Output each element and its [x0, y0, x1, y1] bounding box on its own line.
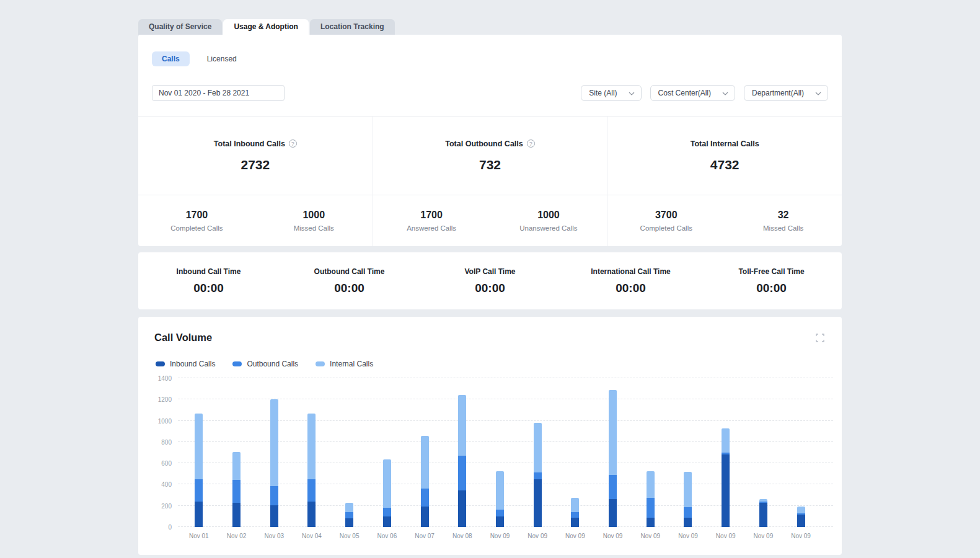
- bar-segment-inbound-calls: [270, 505, 278, 527]
- bar-column: Nov 01: [189, 378, 209, 539]
- bar-segment-outbound-calls: [383, 508, 391, 516]
- x-axis-label: Nov 07: [415, 533, 435, 539]
- substat-label: Unanswered Calls: [519, 224, 577, 232]
- internal-missed: 32 Missed Calls: [725, 195, 842, 246]
- legend-item-internal-calls[interactable]: Internal Calls: [316, 360, 373, 368]
- substat-value: 1000: [537, 210, 560, 221]
- call-volume-header: Call Volume: [154, 332, 826, 343]
- summary-stats: Total Inbound Calls ? 2732 1700 Complete…: [138, 116, 842, 246]
- bar-segment-inbound-calls: [571, 518, 579, 527]
- substat-value: 3700: [655, 210, 678, 221]
- y-axis-tick-label: 800: [161, 438, 172, 445]
- legend-dot: [316, 361, 325, 366]
- info-icon[interactable]: ?: [527, 140, 535, 148]
- call-time-title: International Call Time: [591, 267, 670, 276]
- legend-item-inbound-calls[interactable]: Inbound Calls: [156, 360, 215, 368]
- bar-column: Nov 09: [640, 378, 660, 539]
- bar-area: [609, 378, 617, 527]
- call-time-value: 00:00: [616, 281, 646, 295]
- stat-title-text: Total Outbound Calls: [445, 140, 523, 148]
- subtab-calls[interactable]: Calls: [152, 51, 190, 66]
- stacked-bar: [195, 378, 203, 527]
- call-time-title: Inbound Call Time: [177, 267, 241, 276]
- bar-segment-outbound-calls: [232, 480, 241, 503]
- substat-value: 1000: [302, 210, 325, 221]
- bar-area: [534, 378, 542, 527]
- outbound-total-value: 732: [479, 157, 501, 172]
- bar-column: Nov 07: [415, 378, 435, 539]
- internal-total: Total Internal Calls 4732: [607, 117, 842, 195]
- x-axis-label: Nov 05: [340, 533, 360, 539]
- tab-usage-adoption[interactable]: Usage & Adoption: [223, 19, 309, 35]
- legend-label: Inbound Calls: [170, 360, 215, 368]
- bar-area: [232, 378, 241, 527]
- inbound-completed: 1700 Completed Calls: [138, 195, 255, 246]
- bar-segment-inbound-calls: [458, 490, 466, 527]
- bar-segment-inbound-calls: [797, 515, 805, 527]
- substat-value: 1700: [420, 210, 443, 221]
- call-time-value: 00:00: [334, 281, 364, 295]
- outbound-call-time: Outbound Call Time 00:00: [279, 252, 420, 309]
- chevron-down-icon: [722, 89, 728, 97]
- cost-center-dropdown[interactable]: Cost Center(All): [650, 85, 735, 101]
- site-dropdown[interactable]: Site (All): [581, 85, 641, 101]
- x-axis-label: Nov 03: [264, 533, 284, 539]
- y-axis-tick-label: 1200: [158, 396, 172, 403]
- bar-column: Nov 05: [340, 378, 360, 539]
- tab-quality-of-service[interactable]: Quality of Service: [138, 19, 222, 35]
- department-dropdown[interactable]: Department(All): [744, 85, 828, 101]
- dashboard-page: Quality of Service Usage & Adoption Loca…: [138, 0, 842, 555]
- bar-area: [270, 378, 278, 527]
- bar-area: [307, 378, 316, 527]
- fullscreen-expand-icon[interactable]: [814, 332, 826, 343]
- bar-segment-inbound-calls: [609, 499, 617, 527]
- tab-location-tracking[interactable]: Location Tracking: [310, 19, 395, 35]
- bar-segment-inbound-calls: [421, 507, 429, 527]
- bar-area: [722, 378, 730, 527]
- bar-segment-internal-calls: [571, 498, 579, 512]
- bar-segment-internal-calls: [684, 472, 692, 507]
- date-range-input[interactable]: [152, 85, 285, 101]
- x-axis-label: Nov 09: [603, 533, 623, 539]
- internal-stats-column: Total Internal Calls 4732 3700 Completed…: [607, 117, 842, 246]
- bar-segment-outbound-calls: [421, 489, 429, 507]
- x-axis-label: Nov 09: [565, 533, 585, 539]
- bar-segment-inbound-calls: [647, 518, 655, 527]
- chart-legend: Inbound CallsOutbound CallsInternal Call…: [156, 360, 826, 368]
- stacked-bar: [232, 378, 241, 527]
- y-axis-tick-label: 200: [161, 502, 172, 509]
- info-icon[interactable]: ?: [289, 140, 297, 148]
- call-time-panel: Inbound Call Time 00:00 Outbound Call Ti…: [138, 252, 842, 309]
- call-time-value: 00:00: [756, 281, 787, 295]
- stacked-bar: [722, 378, 730, 527]
- x-axis-label: Nov 01: [189, 533, 209, 539]
- bar-column: Nov 06: [377, 378, 397, 539]
- bar-segment-internal-calls: [609, 390, 617, 475]
- bar-segment-internal-calls: [647, 471, 655, 498]
- stacked-bar: [797, 378, 805, 527]
- bar-segment-internal-calls: [232, 452, 241, 480]
- call-volume-title: Call Volume: [154, 332, 212, 343]
- legend-item-outbound-calls[interactable]: Outbound Calls: [232, 360, 298, 368]
- bar-segment-internal-calls: [722, 428, 730, 453]
- stat-title-text: Total Internal Calls: [691, 140, 759, 148]
- bar-segment-outbound-calls: [496, 510, 504, 516]
- internal-completed: 3700 Completed Calls: [607, 195, 725, 246]
- substat-label: Missed Calls: [763, 224, 803, 232]
- x-axis-label: Nov 09: [640, 533, 660, 539]
- internal-total-value: 4732: [710, 157, 739, 172]
- bar-column: Nov 09: [603, 378, 623, 539]
- stacked-bar: [684, 378, 692, 527]
- chart-y-axis: 0200400600800100012001400: [154, 378, 178, 527]
- bar-area: [571, 378, 579, 527]
- substat-value: 1700: [186, 210, 208, 221]
- bar-segment-internal-calls: [534, 423, 542, 472]
- bar-segment-outbound-calls: [534, 472, 542, 479]
- internal-substats: 3700 Completed Calls 32 Missed Calls: [607, 195, 842, 246]
- outbound-unanswered: 1000 Unanswered Calls: [490, 195, 607, 246]
- subtab-licensed[interactable]: Licensed: [197, 51, 247, 66]
- stacked-bar: [421, 378, 429, 527]
- y-axis-tick-label: 1400: [158, 375, 172, 382]
- bar-segment-inbound-calls: [496, 516, 504, 527]
- stacked-bar: [458, 378, 466, 527]
